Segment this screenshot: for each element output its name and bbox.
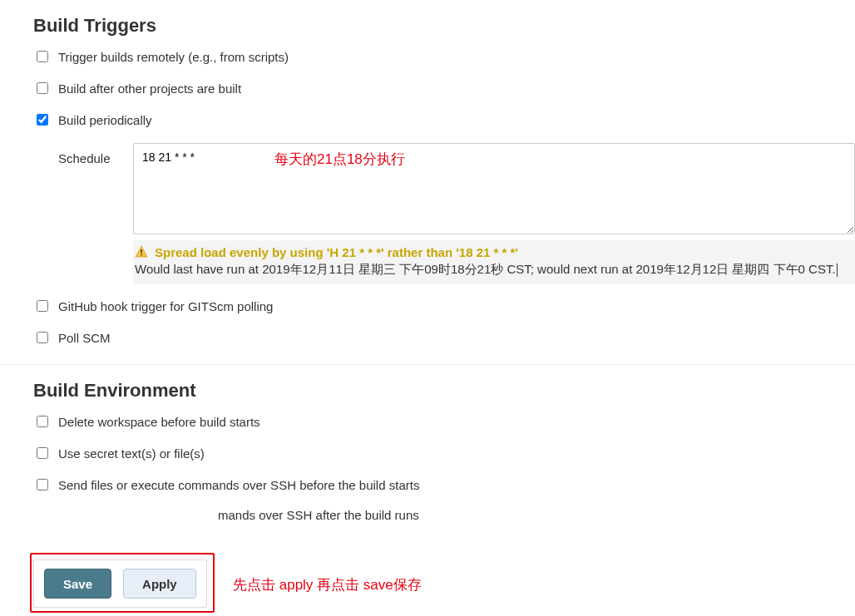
option-use-secrets[interactable]: Use secret text(s) or file(s): [33, 445, 855, 461]
label-poll-scm: Poll SCM: [58, 331, 111, 345]
checkbox-delete-workspace[interactable]: [37, 416, 48, 427]
option-delete-workspace[interactable]: Delete workspace before build starts: [33, 413, 855, 430]
checkbox-trigger-remote[interactable]: [37, 51, 48, 62]
option-ssh-before[interactable]: Send files or execute commands over SSH …: [33, 476, 855, 493]
checkbox-ssh-before[interactable]: [37, 479, 48, 490]
option-build-periodically[interactable]: Build periodically: [33, 111, 855, 128]
svg-rect-1: [141, 249, 142, 254]
checkbox-build-after[interactable]: [37, 82, 48, 94]
save-button[interactable]: Save: [44, 569, 111, 587]
schedule-next-run-info: Would last have run at 2019年12月11日 星期三 下…: [135, 261, 853, 278]
svg-rect-2: [141, 254, 142, 256]
label-build-periodically: Build periodically: [58, 113, 152, 127]
section-title-build-triggers: Build Triggers: [33, 15, 855, 37]
schedule-textarea[interactable]: [133, 143, 855, 234]
label-github-hook: GitHub hook trigger for GITScm polling: [58, 299, 273, 313]
option-poll-scm[interactable]: Poll SCM: [33, 329, 855, 346]
checkbox-build-periodically[interactable]: [37, 114, 48, 126]
annotation-footer-instruction: 先点击 apply 再点击 save保存: [233, 575, 422, 587]
section-divider: [0, 364, 855, 365]
schedule-warning-block: Spread load evenly by using 'H 21 * * *'…: [133, 240, 855, 284]
label-ssh-after: mands over SSH after the build runs: [218, 508, 419, 522]
warning-icon: [135, 245, 148, 259]
checkbox-poll-scm[interactable]: [37, 332, 48, 343]
schedule-field-label: Schedule: [58, 143, 133, 284]
label-build-after: Build after other projects are built: [58, 81, 241, 96]
option-build-after[interactable]: Build after other projects are built: [33, 80, 855, 96]
option-ssh-after[interactable]: mands over SSH after the build runs: [218, 508, 855, 522]
label-trigger-remote: Trigger builds remotely (e.g., from scri…: [58, 50, 289, 64]
checkbox-use-secrets[interactable]: [37, 447, 48, 459]
option-trigger-remote[interactable]: Trigger builds remotely (e.g., from scri…: [33, 48, 855, 65]
section-title-build-environment: Build Environment: [33, 380, 855, 402]
label-delete-workspace: Delete workspace before build starts: [58, 415, 260, 429]
footer-action-bar: Save Apply: [33, 559, 207, 587]
label-ssh-before: Send files or execute commands over SSH …: [58, 478, 419, 492]
label-use-secrets: Use secret text(s) or file(s): [58, 446, 205, 461]
option-github-hook[interactable]: GitHub hook trigger for GITScm polling: [33, 298, 855, 314]
checkbox-github-hook[interactable]: [37, 300, 48, 312]
apply-button[interactable]: Apply: [123, 569, 196, 587]
warning-text: Spread load evenly by using 'H 21 * * *'…: [155, 245, 518, 259]
